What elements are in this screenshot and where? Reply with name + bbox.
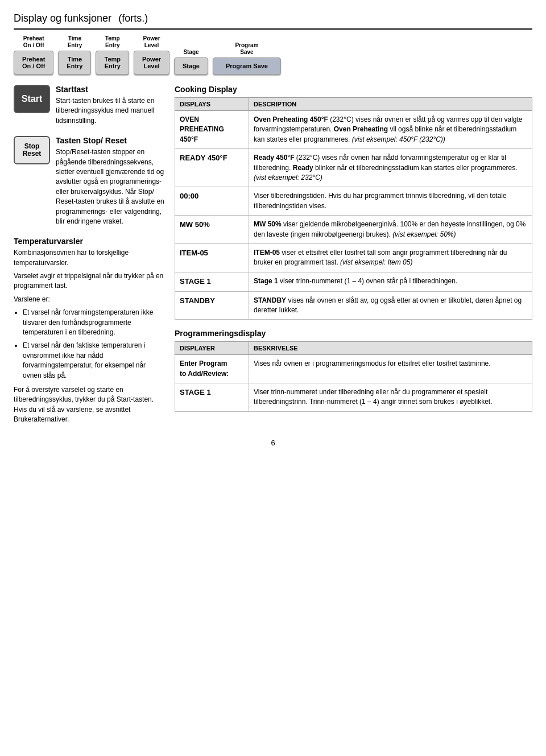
table-row: MW 50% MW 50% viser gjeldende mikrobølge…: [175, 216, 532, 244]
programming-display-table: DISPLAYER BESKRIVELSE Enter Programto Ad…: [175, 341, 532, 412]
main-layout: Start Starttast Start-tasten brukes til …: [14, 85, 532, 428]
col-description: DESCRIPTION: [249, 98, 532, 111]
left-column: Start Starttast Start-tasten brukes til …: [14, 85, 164, 428]
stop-key[interactable]: StopReset: [14, 136, 50, 164]
right-column: Cooking Display DISPLAYS DESCRIPTION OVE…: [175, 85, 532, 428]
temp-intro: Kombinasjonsovnen har to forskjellige te…: [14, 248, 164, 268]
display-description: Oven Preheating 450°F (232°C) vises når …: [249, 111, 532, 149]
table-row: STAGE 1 Stage 1 viser trinn-nummeret (1 …: [175, 272, 532, 291]
display-description: Vises når ovnen er i programmeringsmodus…: [249, 355, 532, 383]
temp-varslene: Varslene er:: [14, 295, 164, 304]
display-description: Viser tilberedningstiden. Hvis du har pr…: [249, 187, 532, 216]
display-value: OVENPREHEATING450°F: [175, 111, 249, 149]
display-value: STAGE 1: [175, 383, 249, 412]
btn-program-save[interactable]: ProgramSave Program Save: [213, 42, 281, 75]
table-row: STAGE 1 Viser trinn-nummeret under tilbe…: [175, 383, 532, 412]
display-description: Viser trinn-nummeret under tilberedning …: [249, 383, 532, 412]
cooking-display-section: Cooking Display DISPLAYS DESCRIPTION OVE…: [175, 85, 532, 320]
table-row: Enter Programto Add/Review: Vises når ov…: [175, 355, 532, 383]
col-displayer: DISPLAYER: [175, 342, 249, 355]
temp-footer: For å overstyre varselet og starte en ti…: [14, 385, 164, 425]
start-section: Start Starttast Start-tasten brukes til …: [14, 85, 164, 126]
start-heading: Starttast: [56, 85, 164, 94]
cooking-display-heading: Cooking Display: [175, 85, 532, 94]
display-description: Stage 1 viser trinn-nummeret (1 – 4) ovn…: [249, 272, 532, 291]
display-value: ITEM-05: [175, 243, 249, 272]
cooking-display-table: DISPLAYS DESCRIPTION OVENPREHEATING450°F…: [175, 97, 532, 320]
programming-display-section: Programmeringsdisplay DISPLAYER BESKRIVE…: [175, 329, 532, 412]
start-text: Starttast Start-tasten brukes til å star…: [56, 85, 164, 126]
start-key[interactable]: Start: [14, 85, 50, 113]
btn-stage[interactable]: Stage Stage: [174, 49, 208, 75]
title-main: Display og funksjoner: [14, 13, 111, 24]
display-description: MW 50% viser gjeldende mikrobølgeenergin…: [249, 216, 532, 244]
display-value: MW 50%: [175, 216, 249, 244]
button-bar: PreheatOn / Off PreheatOn / Off TimeEntr…: [14, 35, 532, 75]
start-description: Start-tasten brukes til å starte en tilb…: [56, 96, 164, 126]
stop-text: Tasten Stop/ Reset Stop/Reset-tasten sto…: [56, 136, 164, 226]
temp-sub: Varselet avgir et trippelsignal når du t…: [14, 271, 164, 291]
display-value: 00:00: [175, 187, 249, 216]
temp-list: Et varsel når forvarmingstemperaturen ik…: [23, 308, 164, 381]
stop-section: StopReset Tasten Stop/ Reset Stop/Reset-…: [14, 136, 164, 226]
col-beskrivelse: BESKRIVELSE: [249, 342, 532, 355]
display-value: READY 450°F: [175, 149, 249, 187]
table-row: STANDBY STANDBY vises når ovnen er slått…: [175, 291, 532, 320]
table-row: OVENPREHEATING450°F Oven Preheating 450°…: [175, 111, 532, 149]
stop-description: Stop/Reset-tasten stopper en pågående ti…: [56, 147, 164, 226]
display-description: Ready 450°F (232°C) vises når ovnen har …: [249, 149, 532, 187]
temp-section: Temperaturvarsler Kombinasjonsovnen har …: [14, 237, 164, 424]
btn-temp-entry[interactable]: TempEntry TempEntry: [96, 35, 129, 75]
display-value: STAGE 1: [175, 272, 249, 291]
btn-power-level[interactable]: PowerLevel PowerLevel: [134, 35, 169, 75]
col-displays: DISPLAYS: [175, 98, 249, 111]
display-description: STANDBY vises når ovnen er slått av, og …: [249, 291, 532, 320]
page-number: 6: [14, 439, 532, 447]
display-value: STANDBY: [175, 291, 249, 320]
table-row: 00:00 Viser tilberedningstiden. Hvis du …: [175, 187, 532, 216]
temp-list-item: Et varsel når den faktiske temperaturen …: [23, 341, 164, 381]
table-row: READY 450°F Ready 450°F (232°C) vises nå…: [175, 149, 532, 187]
display-value: Enter Programto Add/Review:: [175, 355, 249, 383]
title-suffix: (forts.): [118, 13, 148, 24]
temp-heading: Temperaturvarsler: [14, 237, 164, 246]
btn-time-entry[interactable]: TimeEntry TimeEntry: [58, 35, 91, 75]
programming-display-heading: Programmeringsdisplay: [175, 329, 532, 338]
temp-list-item: Et varsel når forvarmingstemperaturen ik…: [23, 308, 164, 337]
table-row: ITEM-05 ITEM-05 viser et ettsifret eller…: [175, 243, 532, 272]
btn-preheat[interactable]: PreheatOn / Off PreheatOn / Off: [14, 35, 53, 75]
page-title: Display og funksjoner (forts.): [14, 10, 532, 30]
display-description: ITEM-05 viser et ettsifret eller tosifre…: [249, 243, 532, 272]
stop-heading: Tasten Stop/ Reset: [56, 136, 164, 145]
